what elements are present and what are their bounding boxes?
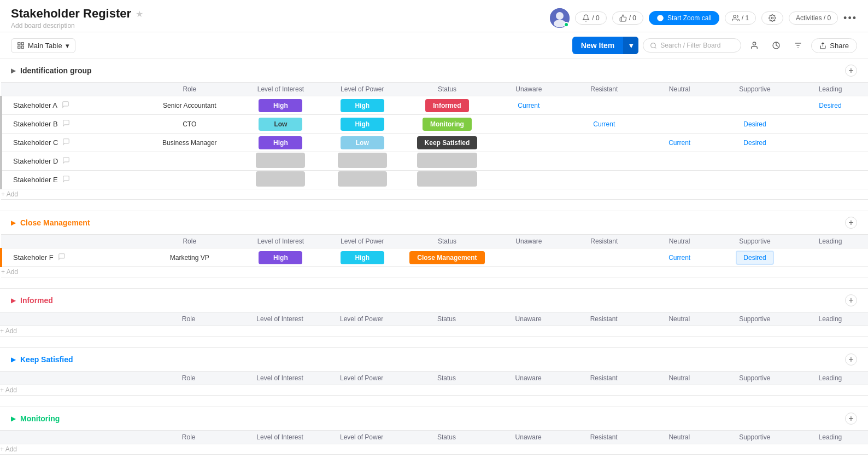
group-toggle-close-management[interactable]: ▶ [11, 219, 16, 227]
zoom-btn[interactable]: Start Zoom call [649, 11, 719, 25]
share-label: Share [830, 42, 849, 50]
group-header-keep-satisfied: ▶ Keep Satisfied + [0, 348, 868, 371]
color-palette-icon-btn[interactable] [767, 37, 785, 54]
group-toggle-identification[interactable]: ▶ [11, 67, 16, 74]
col-header-row-mon: Role Level of Interest Level of Power St… [0, 431, 868, 444]
unaware-link-a[interactable]: Current [518, 102, 539, 109]
svg-rect-8 [18, 46, 20, 48]
col-header-unaware-mon: Unaware [491, 431, 566, 444]
status-cell-d [403, 152, 491, 171]
neutral-link-f[interactable]: Current [668, 254, 690, 262]
group-toggle-keep-satisfied[interactable]: ▶ [11, 356, 16, 363]
col-header-supportive-ks: Supportive [717, 372, 793, 385]
status-badge-c[interactable]: Keep Satisfied [417, 136, 478, 149]
group-add-btn-informed[interactable]: + [845, 294, 857, 306]
row-name-a[interactable]: Stakeholder A [13, 101, 57, 109]
add-row-cell-cm: + Add [1, 267, 868, 277]
col-header-row-ks: Role Level of Interest Level of Power St… [0, 372, 868, 385]
role-cell-d [139, 152, 240, 171]
add-item-btn-cm[interactable]: + Add [1, 267, 18, 277]
table-view-btn[interactable]: Main Table ▾ [11, 38, 75, 53]
col-header-row-informed: Role Level of Interest Level of Power St… [0, 312, 868, 326]
bell-counter-btn[interactable]: / 0 [575, 11, 606, 25]
gear-btn[interactable] [761, 11, 783, 25]
name-cell-a: Stakeholder A [1, 96, 139, 115]
interest-badge-f[interactable]: High [259, 251, 302, 264]
interest-badge-c[interactable]: High [259, 136, 302, 149]
comment-icon-e[interactable] [62, 175, 70, 184]
activities-btn[interactable]: Activities / 0 [789, 11, 838, 25]
row-name-b[interactable]: Stakeholder B [13, 120, 58, 128]
svg-point-1 [556, 12, 564, 20]
thumb-counter-btn[interactable]: / 0 [612, 11, 643, 25]
comment-icon-b[interactable] [62, 119, 70, 129]
board-subtitle[interactable]: Add board description [11, 22, 143, 30]
row-name-f[interactable]: Stakeholer F [13, 253, 54, 262]
table-informed: Role Level of Interest Level of Power St… [0, 312, 868, 337]
person-icon-btn[interactable] [746, 37, 763, 54]
row-name-c[interactable]: Stakeholder C [13, 138, 58, 147]
supportive-link-c[interactable]: Desired [743, 139, 766, 147]
name-cell-b: Stakeholder B [1, 115, 139, 134]
group-add-btn-keep-satisfied[interactable]: + [845, 353, 857, 366]
interest-badge-b[interactable]: Low [259, 118, 302, 131]
col-header-row-identification: Role Level of Interest Level of Power St… [1, 83, 868, 96]
col-header-interest-cm: Level of Interest [240, 235, 321, 248]
add-item-btn-informed[interactable]: + Add [0, 326, 17, 336]
group-add-btn-close-management[interactable]: + [845, 217, 857, 229]
more-options-btn[interactable]: ••• [843, 13, 857, 24]
group-toggle-monitoring[interactable]: ▶ [11, 415, 16, 422]
share-btn[interactable]: Share [811, 38, 857, 53]
resistant-cell-a [566, 96, 642, 115]
people-counter-btn[interactable]: / 1 [725, 11, 756, 25]
add-item-btn-identification[interactable]: + Add [1, 189, 18, 199]
power-badge-c[interactable]: Low [341, 136, 384, 149]
add-item-btn-ks[interactable]: + Add [0, 385, 17, 395]
interest-badge-a[interactable]: High [259, 99, 302, 112]
star-icon[interactable]: ★ [136, 9, 143, 19]
add-item-btn-mon[interactable]: + Add [0, 444, 17, 454]
name-cell-d: Stakeholder D [1, 152, 139, 171]
status-badge-f[interactable]: Close Management [409, 251, 484, 264]
comment-icon-d[interactable] [62, 156, 70, 166]
leading-link-a[interactable]: Desired [819, 102, 841, 109]
status-cell-e [403, 171, 491, 189]
comment-icon-a[interactable] [62, 101, 69, 110]
group-toggle-informed[interactable]: ▶ [11, 297, 16, 304]
group-add-btn-monitoring[interactable]: + [845, 413, 857, 425]
resistant-cell-c [566, 134, 642, 152]
table-row: Stakeholder C Business Manager High Low … [1, 134, 868, 152]
col-header-unaware: Unaware [491, 83, 566, 96]
resistant-link-b[interactable]: Current [593, 120, 615, 128]
filter-icon-btn[interactable] [789, 37, 807, 54]
new-item-dropdown-arrow[interactable]: ▾ [623, 37, 638, 54]
group-identification: ▶ Identification group + Role Level of I… [0, 59, 868, 200]
new-item-btn[interactable]: New Item ▾ [572, 37, 638, 54]
header-right: / 0 / 0 Start Zoom call / 1 Activities /… [550, 8, 857, 28]
group-add-btn-identification[interactable]: + [845, 65, 857, 77]
power-badge-f[interactable]: High [341, 251, 384, 264]
col-header-leading-mon: Leading [793, 431, 868, 444]
add-row-keep-satisfied: + Add [0, 385, 868, 396]
row-name-e[interactable]: Stakeholder E [13, 176, 58, 184]
role-cell-a: Senior Accountant [139, 96, 240, 115]
group-title-keep-satisfied: Keep Satisfied [20, 355, 73, 364]
search-box[interactable]: Search / Filter Board [643, 38, 741, 53]
comment-icon-c[interactable] [62, 138, 70, 147]
status-badge-a[interactable]: Informed [425, 99, 469, 112]
supportive-link-b[interactable]: Desired [743, 120, 766, 128]
table-close-management: Role Level of Interest Level of Power St… [0, 234, 868, 277]
svg-point-4 [734, 15, 736, 18]
status-badge-b[interactable]: Monitoring [423, 118, 472, 131]
leading-cell-a: Desired [793, 96, 868, 115]
row-name-d[interactable]: Stakeholder D [13, 157, 58, 165]
col-header-name-inf [0, 312, 138, 326]
supportive-desired-f[interactable]: Desired [736, 251, 773, 265]
col-header-interest: Level of Interest [240, 83, 321, 96]
toolbar: Main Table ▾ New Item ▾ Search / Filter … [0, 32, 868, 59]
power-badge-a[interactable]: High [341, 99, 384, 112]
comment-icon-f[interactable] [58, 253, 66, 262]
power-badge-b[interactable]: High [341, 118, 384, 131]
neutral-link-c[interactable]: Current [668, 139, 690, 147]
col-header-supportive-mon: Supportive [717, 431, 793, 444]
